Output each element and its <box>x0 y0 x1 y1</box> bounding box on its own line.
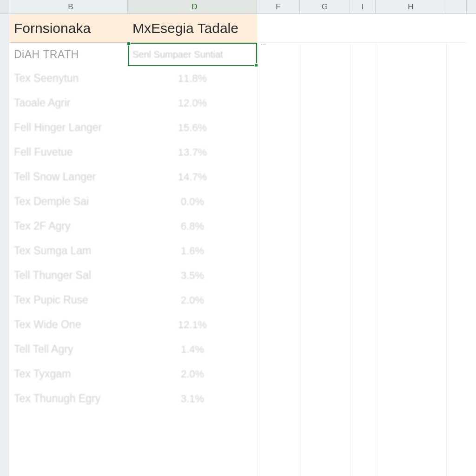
cell-label[interactable]: Tell Thunger Sal <box>9 263 128 288</box>
cell-label[interactable]: Fell Fuvetue <box>9 140 128 165</box>
cell-empty[interactable] <box>300 312 350 337</box>
cell-label[interactable]: Fell Hinger Langer <box>9 115 128 140</box>
cell-empty[interactable] <box>350 386 376 411</box>
cell-empty[interactable] <box>257 115 300 140</box>
cell-H1[interactable] <box>376 14 446 43</box>
cell-empty[interactable] <box>257 214 300 238</box>
cell-empty[interactable] <box>257 238 300 263</box>
cell-label[interactable]: Tell Snow Langer <box>9 165 128 189</box>
cell-empty[interactable] <box>376 288 446 312</box>
cell-empty[interactable] <box>300 386 350 411</box>
cell-value[interactable]: 14.7% <box>128 165 257 189</box>
cell-empty[interactable] <box>350 288 376 312</box>
cell-empty[interactable] <box>350 140 376 165</box>
cell-empty[interactable] <box>376 115 446 140</box>
cell-empty[interactable] <box>446 66 467 91</box>
cell-label[interactable]: Tex Demple Sai <box>9 189 128 214</box>
cell-empty[interactable] <box>376 165 446 189</box>
column-header-B[interactable]: B <box>9 0 128 13</box>
cell-value[interactable]: 6.8% <box>128 214 257 238</box>
cell-empty[interactable] <box>446 263 467 288</box>
column-header-I[interactable]: I <box>350 0 376 13</box>
cell-value[interactable]: 13.7% <box>128 140 257 165</box>
cell-empty[interactable] <box>257 140 300 165</box>
cell-empty[interactable] <box>376 214 446 238</box>
cell-empty[interactable] <box>350 115 376 140</box>
cell-empty[interactable] <box>257 66 300 91</box>
cell-empty[interactable] <box>376 189 446 214</box>
column-header-G[interactable]: G <box>300 0 350 13</box>
cell-empty[interactable] <box>300 140 350 165</box>
cell-empty[interactable] <box>257 312 300 337</box>
cell-empty[interactable] <box>257 189 300 214</box>
cell-empty[interactable] <box>350 362 376 386</box>
cell-empty[interactable] <box>350 214 376 238</box>
cell-D1[interactable]: MxEsegia Tadale <box>128 14 257 43</box>
cell-label[interactable]: Tex Wide One <box>9 312 128 337</box>
cell-empty[interactable] <box>446 288 467 312</box>
cell-empty[interactable] <box>376 312 446 337</box>
cell-empty[interactable] <box>257 337 300 362</box>
cell-F2[interactable] <box>257 43 300 66</box>
cell-empty[interactable] <box>376 66 446 91</box>
cell-I2[interactable] <box>350 43 376 66</box>
cell-empty[interactable] <box>446 115 467 140</box>
cell-empty[interactable] <box>300 337 350 362</box>
selection-handle-top-left[interactable] <box>127 42 131 46</box>
row-header-strip[interactable] <box>0 14 9 476</box>
column-header-F[interactable]: F <box>257 0 300 13</box>
cell-empty[interactable] <box>350 91 376 115</box>
cell-empty[interactable] <box>446 312 467 337</box>
cell-value[interactable]: 11.8% <box>128 66 257 91</box>
cell-empty[interactable] <box>350 238 376 263</box>
cell-empty[interactable] <box>257 362 300 386</box>
cell-B1[interactable]: Fornsionaka <box>9 14 128 43</box>
cell-empty[interactable] <box>446 337 467 362</box>
cell-value[interactable]: 3.5% <box>128 263 257 288</box>
cell-empty[interactable] <box>350 66 376 91</box>
cell-empty[interactable] <box>257 263 300 288</box>
cell-label[interactable]: Tex Tyxgam <box>9 362 128 386</box>
cell-empty[interactable] <box>446 189 467 214</box>
cell-value[interactable]: 2.0% <box>128 362 257 386</box>
cell-I1[interactable] <box>350 14 376 43</box>
cell-empty[interactable] <box>376 263 446 288</box>
cell-value[interactable]: 15.6% <box>128 115 257 140</box>
cell-value[interactable]: 12.1% <box>128 312 257 337</box>
cell-empty[interactable] <box>446 165 467 189</box>
cell-empty[interactable] <box>376 386 446 411</box>
cell-label[interactable]: Tex Thunugh Egry <box>9 386 128 411</box>
cell-empty[interactable] <box>350 189 376 214</box>
cell-empty[interactable] <box>376 362 446 386</box>
cell-empty[interactable] <box>300 214 350 238</box>
cell-empty[interactable] <box>300 362 350 386</box>
column-header-D[interactable]: D <box>128 0 257 13</box>
selection-handle-bottom-right[interactable] <box>254 63 258 67</box>
cell-empty[interactable] <box>446 91 467 115</box>
cell-label[interactable]: Tex Pupic Ruse <box>9 288 128 312</box>
cell-empty[interactable] <box>446 238 467 263</box>
column-header-H[interactable]: H <box>376 0 446 13</box>
cell-label[interactable]: Tex Sumga Lam <box>9 238 128 263</box>
cell-empty[interactable] <box>350 165 376 189</box>
cell-value[interactable]: 12.0% <box>128 91 257 115</box>
cell-H2[interactable] <box>376 43 446 66</box>
cell-label[interactable]: Taoale Agrir <box>9 91 128 115</box>
cell-value[interactable]: 0.0% <box>128 189 257 214</box>
cell-empty[interactable] <box>300 189 350 214</box>
cell-value[interactable]: 2.0% <box>128 288 257 312</box>
cell-label[interactable]: Tell Tell Agry <box>9 337 128 362</box>
cell-tail1[interactable] <box>446 14 467 43</box>
cell-empty[interactable] <box>300 288 350 312</box>
cell-empty[interactable] <box>376 337 446 362</box>
cell-empty[interactable] <box>446 386 467 411</box>
cell-empty[interactable] <box>300 263 350 288</box>
cell-empty[interactable] <box>257 165 300 189</box>
cell-B2[interactable]: DiAH TRATH <box>9 43 128 66</box>
cell-empty[interactable] <box>446 140 467 165</box>
cell-empty[interactable] <box>350 337 376 362</box>
cell-empty[interactable] <box>300 66 350 91</box>
cell-label[interactable]: Tex 2F Agry <box>9 214 128 238</box>
cell-empty[interactable] <box>257 288 300 312</box>
cell-G2[interactable] <box>300 43 350 66</box>
